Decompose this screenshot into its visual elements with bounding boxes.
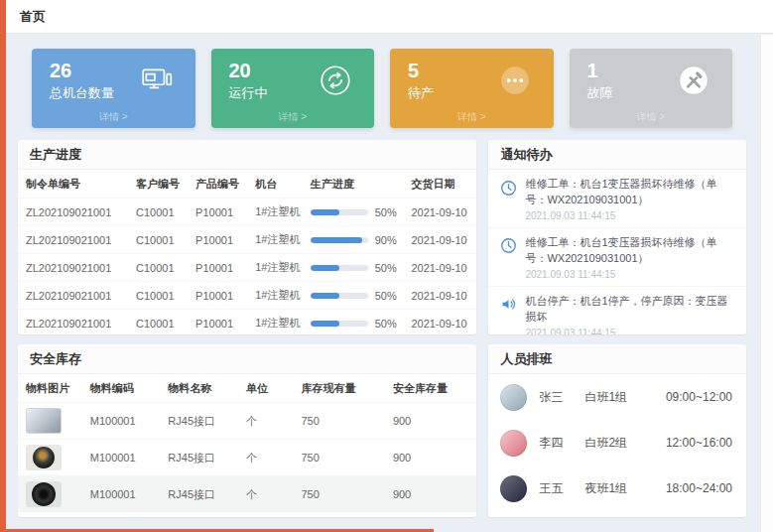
progress-label: 50% bbox=[375, 318, 397, 330]
panel-header: 通知待办 bbox=[488, 140, 746, 170]
notice-text: 机台停产：机台1停产，停产原因：变压器损坏 bbox=[525, 294, 736, 326]
stat-info: 1 故障 bbox=[587, 59, 613, 102]
stat-label: 运行中 bbox=[229, 84, 268, 102]
cell-current-stock: 750 bbox=[293, 403, 384, 440]
production-row: ZL202109021001C10001P100011#注塑机50%2021-0… bbox=[18, 282, 476, 310]
production-row: ZL202109021001C10001P100011#注塑机50%2021-0… bbox=[18, 310, 476, 335]
cell-safety-stock: 900 bbox=[385, 476, 477, 513]
top-nav-bar: 首页 bbox=[6, 0, 773, 34]
notice-body: 维修工单：机台1变压器损坏待维修（单号：WX202109031001）2021.… bbox=[525, 235, 736, 280]
cell-product-no: P10001 bbox=[188, 199, 247, 226]
column-header: 安全库存量 bbox=[385, 374, 477, 403]
cell-safety-stock: 900 bbox=[385, 440, 477, 476]
cell-unit: 个 bbox=[238, 476, 293, 513]
progress-bar: 50% bbox=[311, 318, 398, 330]
clock-icon bbox=[498, 236, 518, 256]
safety-stock-panel: 安全库存 物料图片 物料编码 物料名称 单位 库存现有量 安全库存量 bbox=[18, 344, 476, 517]
notice-item: 维修工单：机台1变压器损坏待维修（单号：WX202109031001）2021.… bbox=[488, 170, 746, 228]
stat-card-total-machines[interactable]: 26 总机台数量 详情 > bbox=[32, 49, 195, 128]
schedule-row: 李四白班2组12:00~16:00 bbox=[488, 420, 746, 466]
progress-track bbox=[311, 265, 368, 271]
cell-material-code: M100001 bbox=[82, 403, 161, 440]
stat-value: 1 bbox=[587, 59, 613, 82]
speaker-icon bbox=[498, 295, 518, 315]
cell-product-no: P10001 bbox=[188, 254, 247, 282]
cell-progress: 50% bbox=[303, 310, 404, 335]
progress-fill bbox=[311, 237, 362, 243]
stat-card-running[interactable]: 20 运行中 详情 > bbox=[211, 49, 375, 128]
detail-link[interactable]: 详情 > bbox=[390, 110, 554, 124]
schedule-row: 张三白班1组09:00~12:00 bbox=[488, 374, 746, 420]
page-title: 首页 bbox=[20, 8, 46, 26]
staff-schedule-panel: 人员排班 张三白班1组09:00~12:00李四白班2组12:00~16:00王… bbox=[488, 344, 746, 517]
shift-label: 白班2组 bbox=[584, 435, 648, 452]
column-header: 物料编码 bbox=[82, 374, 161, 403]
detail-link[interactable]: 详情 > bbox=[32, 110, 195, 124]
panel-header: 安全库存 bbox=[18, 344, 476, 374]
cell-delivery-date: 2021-09-10 bbox=[403, 254, 476, 282]
cell-customer-no: C10001 bbox=[128, 254, 188, 282]
progress-track bbox=[311, 321, 368, 327]
production-row: ZL202109021001C10001P100011#注塑机50%2021-0… bbox=[18, 199, 476, 226]
progress-bar: 90% bbox=[311, 234, 398, 246]
shift-time: 09:00~12:00 bbox=[666, 390, 732, 404]
column-header: 机台 bbox=[247, 170, 302, 199]
stat-card-fault[interactable]: 1 故障 详情 > bbox=[570, 49, 733, 128]
panels-grid: 生产进度 制令单编号 客户编号 产品编号 机台 生产进度 交货日期 bbox=[18, 140, 746, 517]
production-table: 制令单编号 客户编号 产品编号 机台 生产进度 交货日期 ZL202109021… bbox=[18, 170, 476, 334]
running-icon bbox=[317, 62, 354, 99]
progress-label: 50% bbox=[375, 262, 397, 274]
progress-bar: 50% bbox=[311, 206, 398, 218]
table-header-row: 物料图片 物料编码 物料名称 单位 库存现有量 安全库存量 bbox=[18, 374, 476, 403]
panel-title: 通知待办 bbox=[500, 146, 552, 164]
column-header: 物料名称 bbox=[160, 374, 238, 403]
cell-safety-stock: 900 bbox=[385, 403, 477, 440]
scrollbar-track[interactable] bbox=[760, 35, 773, 532]
cell-material-name: RJ45接口 bbox=[160, 476, 238, 513]
notifications-panel: 通知待办 维修工单：机台1变压器损坏待维修（单号：WX202109031001）… bbox=[488, 140, 746, 334]
production-row: ZL202109021001C10001P100011#注塑机50%2021-0… bbox=[18, 254, 476, 282]
notice-item: 机台停产：机台1停产，停产原因：变压器损坏2021.09.03 11:44:15 bbox=[488, 287, 746, 334]
notice-body: 机台停产：机台1停产，停产原因：变压器损坏2021.09.03 11:44:15 bbox=[525, 294, 736, 334]
tools-icon bbox=[675, 62, 712, 99]
detail-link[interactable]: 详情 > bbox=[570, 110, 733, 124]
cell-customer-no: C10001 bbox=[128, 282, 188, 310]
panel-title: 安全库存 bbox=[30, 350, 81, 368]
progress-track bbox=[311, 237, 368, 243]
progress-fill bbox=[311, 265, 339, 271]
cell-progress: 90% bbox=[303, 226, 404, 254]
inventory-table: 物料图片 物料编码 物料名称 单位 库存现有量 安全库存量 M100001RJ4… bbox=[18, 374, 476, 512]
stat-card-pending[interactable]: 5 待产 详情 > bbox=[390, 49, 554, 128]
progress-bar: 50% bbox=[311, 262, 398, 274]
ellipsis-icon bbox=[496, 62, 534, 99]
notice-timestamp: 2021.09.03 11:44:15 bbox=[525, 269, 736, 280]
stat-cards-row: 26 总机台数量 详情 > bbox=[32, 49, 732, 128]
notice-text: 维修工单：机台1变压器损坏待维修（单号：WX202109031001） bbox=[525, 235, 736, 267]
clock-icon bbox=[498, 178, 518, 198]
cell-progress: 50% bbox=[303, 282, 404, 310]
cell-product-no: P10001 bbox=[188, 310, 247, 335]
notice-timestamp: 2021.09.03 11:44:15 bbox=[525, 328, 736, 334]
cell-unit: 个 bbox=[238, 403, 293, 440]
panel-title: 生产进度 bbox=[30, 146, 81, 164]
cell-order-no: ZL202109021001 bbox=[18, 226, 128, 254]
cell-current-stock: 750 bbox=[293, 476, 384, 513]
detail-link[interactable]: 详情 > bbox=[211, 110, 375, 124]
cell-material-image bbox=[18, 440, 82, 476]
cell-delivery-date: 2021-09-10 bbox=[403, 226, 476, 254]
notice-item: 维修工单：机台1变压器损坏待维修（单号：WX202109031001）2021.… bbox=[488, 228, 746, 287]
cell-order-no: ZL202109021001 bbox=[18, 282, 128, 310]
inventory-row: M100001RJ45接口个750900 bbox=[18, 440, 476, 476]
shift-time: 18:00~24:00 bbox=[666, 481, 732, 495]
stat-info: 20 运行中 bbox=[229, 59, 268, 102]
progress-fill bbox=[311, 293, 339, 299]
cell-product-no: P10001 bbox=[188, 282, 247, 310]
cell-material-name: RJ45接口 bbox=[160, 440, 238, 476]
progress-bar: 50% bbox=[311, 290, 398, 302]
progress-track bbox=[311, 209, 368, 215]
left-accent-bar bbox=[0, 0, 6, 532]
cell-progress: 50% bbox=[303, 199, 404, 226]
staff-name: 王五 bbox=[539, 480, 584, 497]
schedule-row: 王五夜班1组18:00~24:00 bbox=[488, 466, 746, 511]
staff-name: 张三 bbox=[539, 389, 584, 406]
